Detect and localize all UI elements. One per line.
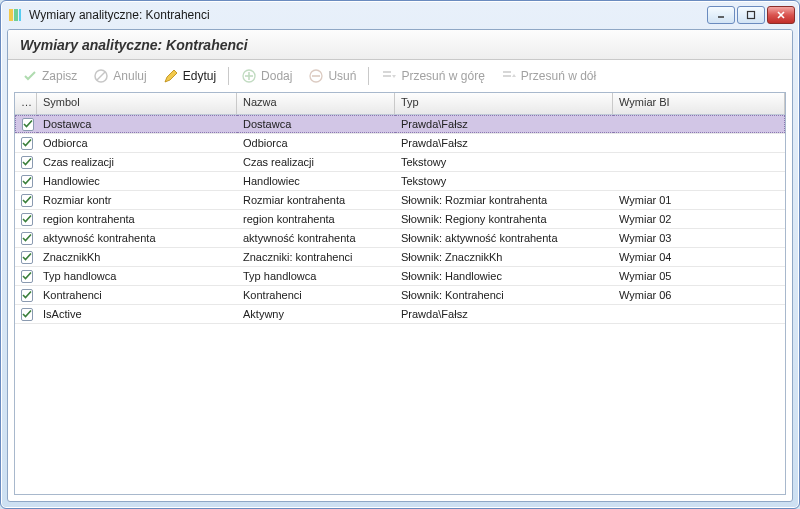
cell-wymiar-bi: Wymiar 02	[613, 210, 785, 228]
cell-wymiar-bi: Wymiar 05	[613, 267, 785, 285]
move-down-label: Przesuń w dół	[521, 69, 596, 83]
cell-nazwa: Znaczniki: kontrahenci	[237, 248, 395, 266]
cell-wymiar-bi: Wymiar 03	[613, 229, 785, 247]
cell-typ: Słownik: Kontrahenci	[395, 286, 613, 304]
edit-button[interactable]: Edytuj	[157, 66, 222, 86]
table-row[interactable]: DostawcaDostawcaPrawda\Fałsz	[15, 115, 785, 134]
delete-button[interactable]: Usuń	[302, 66, 362, 86]
cell-check[interactable]	[15, 267, 37, 285]
plus-icon	[241, 68, 257, 84]
add-button[interactable]: Dodaj	[235, 66, 298, 86]
table-row[interactable]: Czas realizacjiCzas realizacjiTekstowy	[15, 153, 785, 172]
cell-check[interactable]	[15, 305, 37, 323]
col-typ[interactable]: Typ	[395, 93, 613, 114]
checkbox-icon[interactable]	[21, 175, 33, 188]
data-grid[interactable]: … Symbol Nazwa Typ Wymiar BI DostawcaDos…	[14, 92, 786, 495]
move-down-button[interactable]: Przesuń w dół	[495, 66, 602, 86]
cell-symbol: Kontrahenci	[37, 286, 237, 304]
cell-typ: Tekstowy	[395, 153, 613, 171]
cell-check[interactable]	[15, 286, 37, 304]
minus-icon	[308, 68, 324, 84]
cell-check[interactable]	[15, 229, 37, 247]
svg-rect-14	[383, 71, 391, 73]
cell-nazwa: region kontrahenta	[237, 210, 395, 228]
cell-check[interactable]	[15, 172, 37, 190]
cell-symbol: Handlowiec	[37, 172, 237, 190]
add-label: Dodaj	[261, 69, 292, 83]
edit-label: Edytuj	[183, 69, 216, 83]
delete-label: Usuń	[328, 69, 356, 83]
close-button[interactable]	[767, 6, 795, 24]
checkbox-icon[interactable]	[21, 270, 33, 283]
cell-typ: Tekstowy	[395, 172, 613, 190]
checkbox-icon[interactable]	[21, 289, 33, 302]
cell-check[interactable]	[15, 248, 37, 266]
checkbox-icon[interactable]	[21, 251, 33, 264]
move-up-label: Przesuń w górę	[401, 69, 484, 83]
svg-rect-4	[748, 12, 755, 19]
table-row[interactable]: KontrahenciKontrahenciSłownik: Kontrahen…	[15, 286, 785, 305]
cell-typ: Słownik: ZnacznikKh	[395, 248, 613, 266]
save-button[interactable]: Zapisz	[16, 66, 83, 86]
svg-rect-0	[9, 9, 13, 21]
cell-check[interactable]	[15, 134, 37, 152]
col-wymiar-bi[interactable]: Wymiar BI	[613, 93, 785, 114]
checkbox-icon[interactable]	[22, 118, 34, 131]
table-row[interactable]: Typ handlowcaTyp handlowcaSłownik: Handl…	[15, 267, 785, 286]
cell-wymiar-bi: Wymiar 06	[613, 286, 785, 304]
svg-rect-1	[14, 9, 18, 21]
move-up-button[interactable]: Przesuń w górę	[375, 66, 490, 86]
table-row[interactable]: OdbiorcaOdbiorcaPrawda\Fałsz	[15, 134, 785, 153]
app-icon	[7, 7, 23, 23]
table-row[interactable]: region kontrahentaregion kontrahentaSłow…	[15, 210, 785, 229]
table-row[interactable]: ZnacznikKhZnaczniki: kontrahenciSłownik:…	[15, 248, 785, 267]
grid-header: … Symbol Nazwa Typ Wymiar BI	[15, 93, 785, 115]
cell-wymiar-bi: Wymiar 04	[613, 248, 785, 266]
svg-line-8	[97, 72, 105, 80]
toolbar: Zapisz Anuluj Edytuj Dodaj Usuń	[8, 60, 792, 92]
cell-wymiar-bi	[613, 172, 785, 190]
col-symbol[interactable]: Symbol	[37, 93, 237, 114]
cell-nazwa: Aktywny	[237, 305, 395, 323]
checkbox-icon[interactable]	[21, 232, 33, 245]
checkbox-icon[interactable]	[21, 137, 33, 150]
svg-rect-15	[383, 75, 391, 77]
checkbox-icon[interactable]	[21, 213, 33, 226]
cell-nazwa: Handlowiec	[237, 172, 395, 190]
cell-symbol: Dostawca	[37, 115, 237, 133]
checkbox-icon[interactable]	[21, 156, 33, 169]
arrow-up-icon	[381, 68, 397, 84]
cell-check[interactable]	[15, 153, 37, 171]
minimize-button[interactable]	[707, 6, 735, 24]
cell-nazwa: Kontrahenci	[237, 286, 395, 304]
cell-typ: Prawda\Fałsz	[395, 115, 613, 133]
cell-symbol: ZnacznikKh	[37, 248, 237, 266]
col-nazwa[interactable]: Nazwa	[237, 93, 395, 114]
cancel-button[interactable]: Anuluj	[87, 66, 152, 86]
checkbox-icon[interactable]	[21, 308, 33, 321]
col-check[interactable]: …	[15, 93, 37, 114]
cell-symbol: IsActive	[37, 305, 237, 323]
table-row[interactable]: Rozmiar kontrRozmiar kontrahentaSłownik:…	[15, 191, 785, 210]
table-row[interactable]: HandlowiecHandlowiecTekstowy	[15, 172, 785, 191]
cell-check[interactable]	[15, 115, 37, 133]
page-title: Wymiary analityczne: Kontrahenci	[8, 30, 792, 60]
maximize-button[interactable]	[737, 6, 765, 24]
cell-wymiar-bi	[613, 115, 785, 133]
cell-wymiar-bi	[613, 153, 785, 171]
cell-wymiar-bi	[613, 134, 785, 152]
checkbox-icon[interactable]	[21, 194, 33, 207]
cell-typ: Prawda\Fałsz	[395, 134, 613, 152]
cell-nazwa: Czas realizacji	[237, 153, 395, 171]
svg-rect-2	[19, 9, 21, 21]
titlebar[interactable]: Wymiary analityczne: Kontrahenci	[1, 1, 799, 29]
client-area: Wymiary analityczne: Kontrahenci Zapisz …	[7, 29, 793, 502]
window: Wymiary analityczne: Kontrahenci Wymiary…	[0, 0, 800, 509]
cell-wymiar-bi	[613, 305, 785, 323]
cell-check[interactable]	[15, 191, 37, 209]
table-row[interactable]: aktywność kontrahentaaktywność kontrahen…	[15, 229, 785, 248]
cancel-label: Anuluj	[113, 69, 146, 83]
table-row[interactable]: IsActiveAktywnyPrawda\Fałsz	[15, 305, 785, 324]
separator	[228, 67, 229, 85]
cell-check[interactable]	[15, 210, 37, 228]
